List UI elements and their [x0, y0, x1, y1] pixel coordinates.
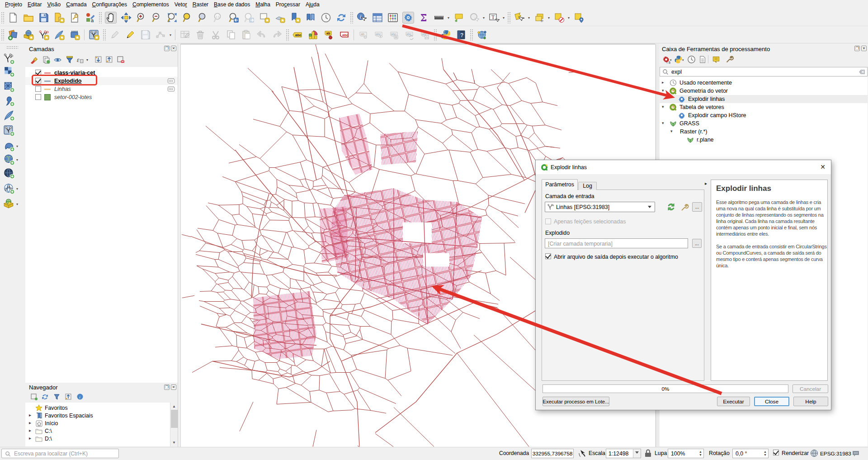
svg-text:i: i: [360, 14, 361, 20]
svg-text:ab: ab: [326, 32, 330, 35]
svg-text:T: T: [491, 14, 495, 20]
svg-text:abc: abc: [295, 33, 302, 37]
svg-text:abc: abc: [342, 33, 349, 37]
svg-text:ε: ε: [77, 57, 80, 63]
svg-text:1:1: 1:1: [216, 15, 220, 18]
svg-text:a: a: [91, 18, 94, 23]
svg-text:abc: abc: [376, 33, 381, 36]
svg-text:abc: abc: [406, 33, 412, 36]
svg-text:ab: ab: [361, 33, 364, 36]
svg-text:?: ?: [460, 32, 463, 38]
